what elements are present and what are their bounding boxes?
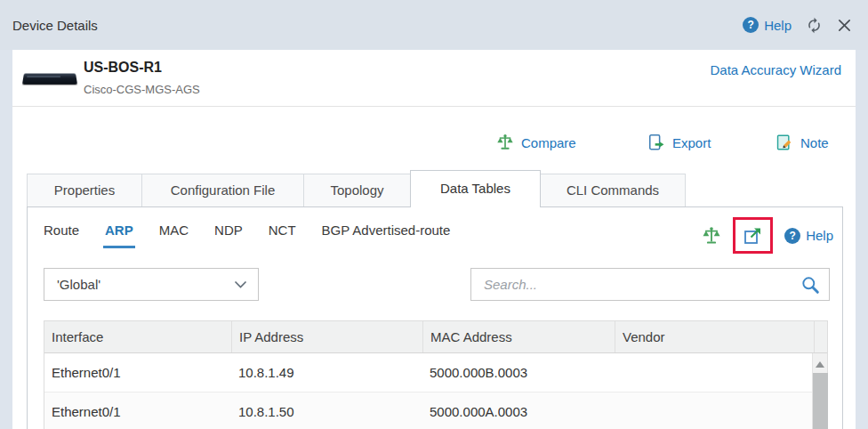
tab-data-tables[interactable]: Data Tables — [410, 170, 541, 207]
subtab-mac[interactable]: MAC — [159, 223, 189, 238]
compare-label: Compare — [521, 135, 576, 150]
column-header-ip-address: IP Address — [231, 321, 422, 352]
refresh-icon[interactable] — [806, 17, 823, 34]
subtab-nct[interactable]: NCT — [269, 223, 296, 238]
column-header-mac-address: MAC Address — [422, 321, 615, 352]
compare-table-icon[interactable] — [702, 226, 721, 246]
device-details-dialog: US-BOS-R1 Cisco-CGS-MGS-AGS Data Accurac… — [12, 50, 856, 429]
tab-configuration-file[interactable]: Configuration File — [141, 174, 304, 206]
table-vertical-scrollbar[interactable] — [812, 353, 827, 429]
table-help-icon: ? — [784, 228, 800, 244]
tab-cli-commands[interactable]: CLI Commands — [540, 174, 686, 206]
subtab-arp[interactable]: ARP — [105, 223, 133, 238]
export-icon — [647, 134, 665, 151]
cell-vendor — [615, 353, 827, 392]
device-name: US-BOS-R1 — [84, 60, 162, 76]
table-help-button[interactable]: ? Help — [784, 228, 833, 244]
dialog-title: Device Details — [12, 18, 98, 33]
open-in-new-window-icon[interactable] — [743, 225, 763, 246]
note-label: Note — [800, 135, 829, 150]
export-button[interactable]: Export — [647, 134, 711, 151]
scrollbar-up-arrow-icon[interactable] — [816, 361, 824, 368]
arp-table-body: Ethernet0/1 10.8.1.49 5000.000B.0003 Eth… — [44, 353, 827, 429]
cell-ip-address: 10.8.1.49 — [231, 353, 422, 392]
data-tables-panel: Route ARP MAC NDP NCT BGP Advertised-rou… — [27, 206, 843, 429]
scales-icon — [496, 134, 514, 151]
close-icon[interactable] — [837, 18, 852, 33]
help-button[interactable]: ? Help — [743, 17, 792, 33]
column-header-interface: Interface — [44, 321, 231, 352]
scrollbar-thumb[interactable] — [813, 373, 828, 429]
help-icon: ? — [743, 17, 759, 33]
dialog-titlebar: Device Details ? Help — [0, 0, 868, 50]
cell-interface: Ethernet0/1 — [44, 353, 231, 392]
cell-vendor — [615, 393, 827, 429]
data-accuracy-wizard-link[interactable]: Data Accuracy Wizard — [710, 62, 841, 77]
subtab-route[interactable]: Route — [44, 223, 79, 238]
arp-table: Interface IP Address MAC Address Vendor … — [44, 320, 828, 429]
device-model: Cisco-CGS-MGS-AGS — [84, 83, 200, 96]
help-label: Help — [764, 18, 792, 33]
scope-dropdown[interactable]: 'Global' — [44, 268, 259, 301]
cell-mac-address: 5000.000A.0003 — [422, 393, 615, 429]
subtab-ndp[interactable]: NDP — [214, 223, 243, 238]
note-button[interactable]: Note — [776, 134, 829, 151]
search-icon[interactable] — [800, 275, 820, 295]
note-icon — [776, 134, 793, 151]
export-label: Export — [672, 135, 711, 150]
cell-ip-address: 10.8.1.50 — [231, 393, 422, 429]
highlight-red-box — [733, 217, 773, 254]
device-header: US-BOS-R1 Cisco-CGS-MGS-AGS Data Accurac… — [12, 50, 856, 107]
router-device-image — [22, 74, 77, 85]
cell-mac-address: 5000.000B.0003 — [422, 353, 615, 392]
table-help-label: Help — [806, 228, 833, 243]
tab-properties[interactable]: Properties — [27, 174, 142, 206]
column-header-vendor: Vendor — [615, 321, 814, 352]
scope-dropdown-value: 'Global' — [57, 277, 100, 292]
subtab-bgp-advertised-route[interactable]: BGP Advertised-route — [322, 223, 451, 238]
arp-table-header: Interface IP Address MAC Address Vendor — [44, 321, 827, 353]
tab-topology[interactable]: Topology — [303, 174, 411, 206]
compare-button[interactable]: Compare — [496, 134, 576, 151]
chevron-down-icon — [234, 280, 247, 288]
table-row: Ethernet0/1 10.8.1.50 5000.000A.0003 — [44, 393, 827, 429]
data-table-subtabs: Route ARP MAC NDP NCT BGP Advertised-rou… — [44, 223, 450, 238]
table-row: Ethernet0/1 10.8.1.49 5000.000B.0003 — [44, 353, 827, 393]
search-input[interactable] — [484, 277, 800, 292]
cell-interface: Ethernet0/1 — [44, 393, 231, 429]
column-header-spacer — [814, 321, 827, 352]
search-box — [470, 268, 830, 301]
